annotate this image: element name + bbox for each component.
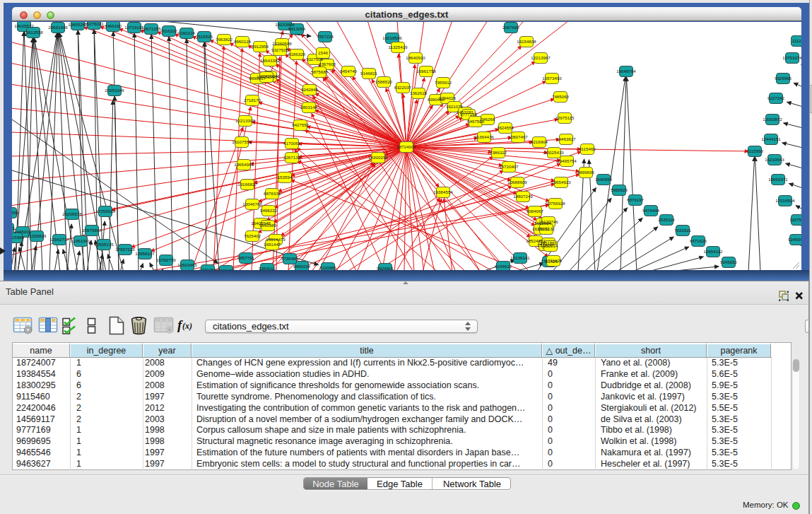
- svg-text:4170061: 4170061: [283, 141, 301, 146]
- svg-text:15751074: 15751074: [782, 55, 801, 60]
- svg-text:10046768: 10046768: [242, 201, 262, 206]
- svg-text:1546: 1546: [318, 50, 328, 55]
- svg-text:8813054: 8813054: [288, 26, 306, 31]
- svg-text:7616332: 7616332: [160, 28, 178, 33]
- svg-text:19654983: 19654983: [234, 162, 254, 167]
- svg-text:16107554: 16107554: [232, 139, 252, 144]
- svg-text:7663822: 7663822: [216, 37, 233, 42]
- svg-text:7955812: 7955812: [435, 80, 452, 85]
- svg-text:18640910: 18640910: [406, 55, 425, 60]
- svg-text:8878335: 8878335: [264, 191, 281, 196]
- svg-text:12923465: 12923465: [177, 262, 197, 267]
- svg-text:19654923: 19654923: [551, 180, 571, 185]
- svg-text:18807249: 18807249: [513, 194, 533, 199]
- svg-text:12093872: 12093872: [763, 117, 782, 122]
- svg-text:8245610: 8245610: [495, 264, 512, 269]
- svg-text:7485063: 7485063: [552, 94, 570, 99]
- svg-text:10756928: 10756928: [546, 201, 565, 206]
- svg-text:19384554: 19384554: [433, 189, 453, 194]
- svg-text:9777169: 9777169: [460, 112, 478, 117]
- svg-text:15720407: 15720407: [499, 164, 519, 169]
- svg-text:16914479: 16914479: [266, 237, 286, 242]
- svg-text:8123405: 8123405: [218, 268, 235, 270]
- svg-text:9354012: 9354012: [259, 266, 276, 270]
- svg-text:8454749: 8454749: [340, 69, 358, 74]
- svg-text:6466160: 6466160: [105, 23, 122, 28]
- svg-text:17359928: 17359928: [95, 209, 115, 214]
- svg-text:7625402: 7625402: [244, 233, 261, 238]
- svg-text:8322037: 8322037: [394, 85, 412, 90]
- svg-text:12213303: 12213303: [235, 118, 255, 123]
- svg-text:7120985: 7120985: [319, 265, 337, 270]
- svg-text:8427552: 8427552: [292, 122, 310, 127]
- svg-text:9498222: 9498222: [260, 208, 278, 213]
- svg-text:9657791: 9657791: [237, 255, 255, 260]
- svg-text:1640954: 1640954: [595, 177, 613, 182]
- svg-text:6879197: 6879197: [627, 197, 645, 202]
- svg-text:1733426: 1733426: [545, 258, 563, 263]
- svg-text:5958923: 5958923: [611, 187, 628, 192]
- svg-text:8186328: 8186328: [288, 52, 306, 57]
- svg-text:2367608: 2367608: [319, 62, 336, 66]
- svg-text:17957225: 17957225: [115, 247, 135, 252]
- svg-text:8890234: 8890234: [293, 264, 311, 269]
- svg-text:1621075: 1621075: [446, 104, 464, 109]
- svg-text:9794028: 9794028: [439, 95, 457, 100]
- svg-text:2087682: 2087682: [502, 25, 520, 30]
- svg-text:10973493: 10973493: [542, 76, 562, 81]
- svg-text:931503: 931503: [12, 226, 15, 230]
- svg-text:11123: 11123: [792, 38, 801, 43]
- svg-text:10671355: 10671355: [141, 26, 161, 31]
- svg-text:10688609: 10688609: [507, 180, 527, 185]
- svg-text:12444151: 12444151: [761, 136, 781, 141]
- svg-text:1691447: 1691447: [264, 242, 281, 247]
- svg-text:9245652: 9245652: [720, 259, 738, 264]
- svg-text:10958107: 10958107: [135, 251, 155, 256]
- svg-text:9115460: 9115460: [579, 146, 596, 151]
- svg-text:5875685: 5875685: [311, 69, 329, 74]
- svg-text:16648784: 16648784: [616, 69, 636, 74]
- svg-text:9327508: 9327508: [306, 57, 324, 62]
- svg-text:252214: 252214: [543, 243, 558, 248]
- svg-text:12505135: 12505135: [94, 242, 114, 247]
- svg-text:9924501: 9924501: [377, 266, 394, 270]
- svg-text:12213967: 12213967: [531, 55, 551, 60]
- svg-text:7632621: 7632621: [674, 228, 692, 233]
- svg-text:21364436: 21364436: [474, 134, 494, 139]
- svg-text:1588520: 1588520: [375, 79, 393, 84]
- svg-text:15692971: 15692971: [768, 177, 788, 182]
- svg-text:1605132: 1605132: [538, 226, 555, 231]
- svg-text:19218506: 19218506: [382, 35, 402, 40]
- svg-text:2718170: 2718170: [244, 98, 261, 103]
- svg-text:16543382: 16543382: [260, 58, 280, 63]
- svg-text:11451941: 11451941: [71, 238, 90, 243]
- svg-text:10807467: 10807467: [508, 134, 528, 139]
- svg-text:6216904: 6216904: [531, 139, 548, 144]
- svg-text:9327505: 9327505: [271, 47, 289, 52]
- svg-text:153594: 153594: [278, 175, 293, 180]
- svg-text:9471053: 9471053: [199, 267, 217, 270]
- svg-text:15276021: 15276021: [84, 22, 104, 26]
- svg-text:3915984: 3915984: [12, 235, 25, 240]
- svg-text:2620659: 2620659: [12, 210, 19, 215]
- svg-text:16120746: 16120746: [539, 219, 558, 224]
- svg-text:9736485: 9736485: [281, 256, 299, 261]
- svg-text:8912954: 8912954: [252, 44, 269, 49]
- svg-text:3215958: 3215958: [746, 148, 764, 153]
- svg-text:1362615: 1362615: [410, 90, 428, 95]
- svg-text:16154838: 16154838: [517, 39, 536, 44]
- svg-text:18724007: 18724007: [396, 144, 416, 149]
- svg-text:11156829: 11156829: [28, 233, 47, 238]
- svg-text:10654112: 10654112: [703, 249, 723, 254]
- svg-text:16961758: 16961758: [416, 69, 436, 74]
- svg-text:7386322: 7386322: [490, 150, 507, 155]
- svg-text:9474444: 9474444: [642, 208, 660, 213]
- svg-text:20206578: 20206578: [62, 211, 82, 216]
- svg-text:7515526: 7515526: [196, 34, 213, 39]
- svg-text:9242845: 9242845: [301, 87, 319, 92]
- svg-text:8660124: 8660124: [234, 39, 252, 44]
- svg-text:19166827: 19166827: [237, 182, 257, 187]
- svg-text:10025433: 10025433: [544, 150, 564, 155]
- svg-text:15136141: 15136141: [510, 255, 530, 260]
- svg-text:1167533: 1167533: [789, 217, 801, 222]
